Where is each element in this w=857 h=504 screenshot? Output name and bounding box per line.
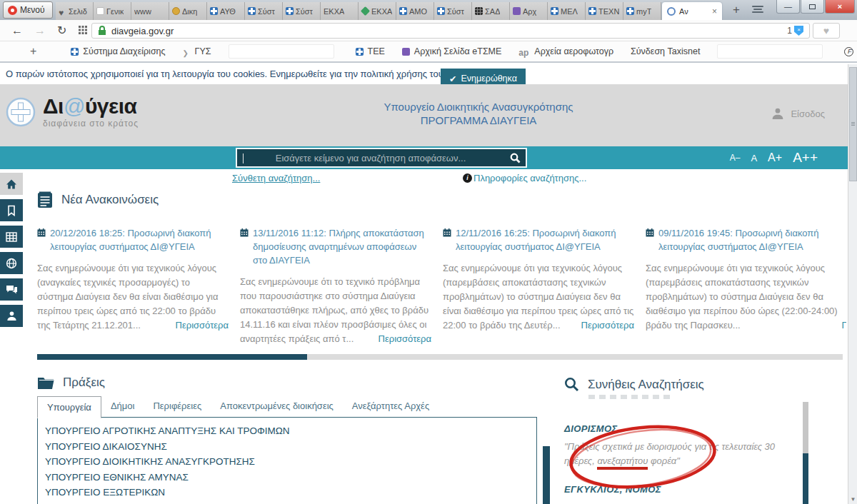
ministry-item[interactable]: ΥΠΟΥΡΓΕΙΟ ΕΘΝΙΚΗΣ ΑΜΥΝΑΣ (45, 470, 536, 485)
sidebar-item-map[interactable] (0, 252, 23, 274)
minimize-button[interactable]: — (776, 0, 800, 14)
ministry-item[interactable]: ΥΠΟΥΡΓΕΙΟ ΕΡΓΑΣΙΑΣ, ΚΟΙΝΩΝΙΚΗΣ ΑΣΦΑΛΙΣΗΣ… (45, 500, 536, 504)
sidebar-item-home[interactable] (0, 173, 23, 195)
diavgeia-logo[interactable]: Δι@ύγεια διαφάνεια στο κράτος (6, 96, 139, 128)
acts-tab[interactable]: Αποκεντρωμένες διοικήσεις (211, 395, 343, 418)
scrollbar-thumb[interactable] (849, 67, 857, 181)
login-button[interactable]: Είσοδος (771, 107, 825, 120)
news-link[interactable]: 13/11/2016 11:12: Πλήρης αποκατάσταση δη… (253, 227, 431, 268)
browser-tab[interactable]: Σύστ (434, 2, 472, 20)
browser-tab[interactable]: Σελιδ (56, 2, 94, 20)
ministry-item[interactable]: ΥΠΟΥΡΓΕΙΟ ΑΓΡΟΤΙΚΗΣ ΑΝΑΠΤΥΞΗΣ ΚΑΙ ΤΡΟΦΙΜ… (45, 423, 536, 439)
bookmark-item[interactable]: Αρχική Σελίδα eΤΣΜΕ (402, 46, 502, 56)
browser-tab[interactable]: ΑΜΟ (396, 2, 434, 20)
browser-tab[interactable]: Σύστ (245, 2, 283, 20)
acts-tab[interactable]: Δήμοι (101, 395, 144, 418)
bookmark-item[interactable]: TEE (356, 46, 385, 56)
logo-title: Δι@ύγεια (43, 96, 139, 117)
font-normal-button[interactable]: A (751, 153, 757, 163)
search-input[interactable] (237, 149, 504, 166)
browser-tab[interactable]: Σύστ (283, 2, 321, 20)
add-bookmark-button[interactable]: + (30, 45, 36, 58)
browser-toolbar: ← → ↻ diavgeia.gov.gr 1 × ♥ (0, 20, 857, 41)
bookmark-item[interactable]: ΓΥΣ (183, 46, 211, 56)
acts-vertical-scrollbar[interactable] (543, 446, 550, 504)
news-link[interactable]: 09/11/2016 19:45: Προσωρινή διακοπή λειτ… (658, 227, 846, 254)
address-bar[interactable]: diavgeia.gov.gr 1 × (91, 23, 810, 39)
sidebar-item-chat[interactable] (0, 278, 23, 301)
browser-tab[interactable]: ΑΥΘ (207, 2, 245, 20)
clipped-text-artifact (588, 395, 674, 399)
url-text: diavgeia.gov.gr (111, 26, 174, 36)
browser-tab[interactable]: myT (623, 2, 661, 20)
tab-menu-icon[interactable] (752, 6, 763, 14)
ministry-item[interactable]: ΥΠΟΥΡΓΕΙΟ ΔΙΚΑΙΟΣΥΝΗΣ (45, 439, 536, 455)
advanced-search-link[interactable]: Σύνθετη αναζήτηση... (232, 173, 320, 183)
news-link[interactable]: 20/12/2016 18:25: Προσωρινή διακοπή λειτ… (50, 227, 229, 254)
browser-tab[interactable]: ΕΚΧΑ (359, 2, 396, 20)
read-more-link[interactable]: Περισσότερα (379, 332, 431, 346)
blocked-count: 1 (787, 26, 792, 36)
shield-icon[interactable]: × (794, 26, 803, 36)
bookmarks-bar: + Σύστημα Διαχείρισης ΓΥΣ (0, 41, 857, 63)
scrollbar-thumb[interactable] (803, 453, 808, 504)
common-searches-title: Συνήθεις Αναζητήσεις (588, 378, 704, 392)
tab-favicon-icon (475, 7, 483, 15)
calendar-icon (443, 228, 451, 254)
bookmark-item[interactable]: FEANI (844, 46, 857, 56)
sidebar-item-account[interactable] (0, 305, 23, 327)
ministry-item[interactable]: ΥΠΟΥΡΓΕΙΟ ΕΞΩΤΕΡΙΚΩΝ (45, 485, 536, 500)
browser-tab[interactable]: ΜΕΛ (548, 2, 586, 20)
bookmark-item[interactable]: Αρχεία αεροφωτογρ (518, 46, 613, 56)
news-horizontal-scrollbar[interactable] (37, 354, 843, 360)
tab-favicon-icon (399, 7, 407, 15)
browser-tab[interactable]: www (131, 2, 169, 20)
tab-favicon-icon (286, 7, 294, 15)
browser-tab[interactable]: Αρχ (510, 2, 548, 20)
font-larger-button[interactable]: A+ (768, 151, 782, 164)
browser-window: Μενού Σελιδ Γενικ www (0, 0, 857, 504)
browser-tab[interactable]: Γενικ (94, 2, 131, 20)
read-more-link[interactable]: Περισσότερα (581, 318, 634, 333)
scroll-down-arrow-icon[interactable]: ▼ (848, 495, 857, 504)
reload-icon[interactable]: ↻ (57, 23, 66, 39)
acts-tab[interactable]: Υπουργεία (37, 396, 101, 418)
ministry-item[interactable]: ΥΠΟΥΡΓΕΙΟ ΔΙΟΙΚΗΤΙΚΗΣ ΑΝΑΣΥΓΚΡΟΤΗΣΗΣ (45, 454, 536, 470)
read-more-link[interactable]: Περισσότερα (176, 318, 229, 333)
opera-menu-button[interactable]: Μενού (3, 1, 53, 19)
forward-icon[interactable]: → (34, 23, 46, 39)
common-searches-scrollbar[interactable] (803, 402, 808, 504)
read-more-link[interactable]: Περι (842, 318, 846, 333)
tab-favicon-icon (248, 7, 256, 15)
font-largest-button[interactable]: A++ (793, 150, 818, 166)
browser-tab[interactable]: ΕΚΧΑ (321, 2, 359, 20)
close-tab-icon[interactable]: × (712, 7, 717, 16)
maximize-button[interactable] (801, 0, 824, 14)
search-button[interactable] (504, 149, 526, 166)
new-tab-button[interactable]: + (727, 4, 746, 17)
acts-tab[interactable]: Ανεξάρτητες Αρχές (343, 395, 438, 418)
check-icon: ✔ (449, 74, 456, 84)
font-smaller-button[interactable]: A– (730, 153, 741, 163)
bookmark-item[interactable]: Σύστημα Διαχείρισης (71, 46, 165, 56)
browser-tab[interactable]: Δικη (169, 2, 207, 20)
page-scrollbar[interactable]: ▼ (848, 64, 857, 504)
bookmark-heart-button[interactable]: ♥ (813, 23, 840, 39)
active-browser-tab[interactable]: Αν × (662, 2, 722, 20)
bookmark-item[interactable] (717, 44, 827, 59)
bookmark-item[interactable]: Σύνδεση Taxisnet (631, 46, 700, 56)
browser-tab[interactable]: ΤΕΧΝ (586, 2, 623, 20)
back-icon[interactable]: ← (11, 23, 23, 39)
speed-dial-icon[interactable] (79, 26, 87, 34)
browser-tab[interactable]: ΣΑΔ (472, 2, 510, 20)
acts-tab[interactable]: Περιφέρειες (144, 395, 211, 418)
sidebar-item-table[interactable] (0, 226, 23, 248)
sidebar-item-bookmarks[interactable] (0, 199, 23, 221)
scrollbar-thumb[interactable] (37, 354, 307, 360)
common-searches-header: Συνήθεις Αναζητήσεις (564, 377, 847, 392)
news-link[interactable]: 12/11/2016 16:25: Προσωρινή διακοπή λειτ… (456, 227, 634, 254)
close-window-button[interactable]: × (825, 0, 855, 14)
search-info-link[interactable]: i Πληροφορίες αναζήτησης... (463, 173, 586, 183)
decision-search-box[interactable] (236, 148, 527, 168)
bookmark-item[interactable] (229, 44, 339, 59)
